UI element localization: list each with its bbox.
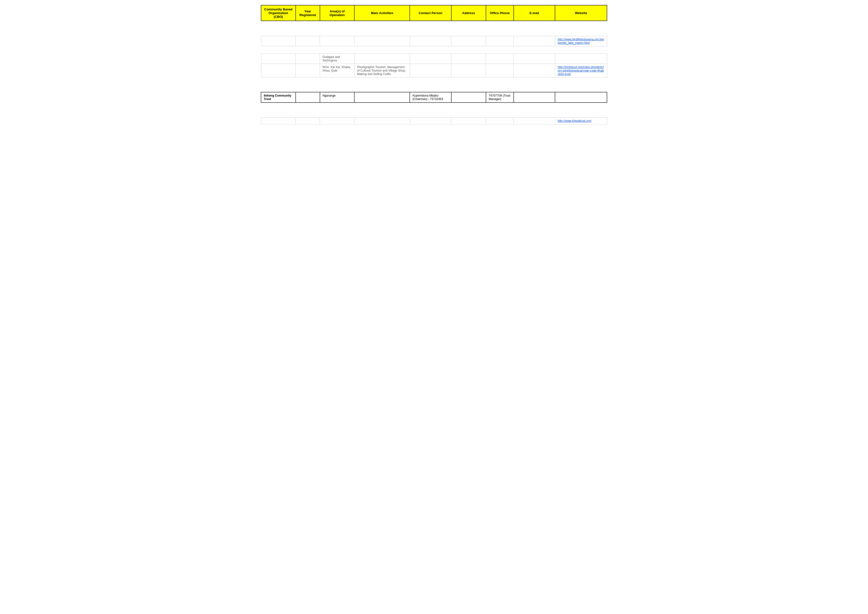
header-table: Community Based Organization (CBO) Year … — [261, 5, 607, 21]
header-col-contact: Contact Person — [410, 5, 451, 21]
cell-address — [451, 64, 486, 77]
table-row: http://www.birdlifebotswana.org.bw/bosel… — [261, 36, 607, 46]
cell-email-itekeng — [514, 92, 555, 103]
header-col-year: Year Registered — [296, 5, 320, 21]
cell-phone — [486, 36, 514, 46]
cell-phone — [486, 53, 514, 64]
cell-address — [451, 36, 486, 46]
cell-website — [555, 53, 607, 64]
cell-year-footer — [296, 117, 320, 124]
cell-cbo-itekeng: Itekeng Community Trust — [261, 92, 296, 103]
cell-phone — [486, 64, 514, 77]
cell-activities — [354, 53, 410, 64]
spacer-row-4 — [261, 103, 607, 117]
header-col-website: Website — [555, 5, 607, 21]
cell-area-itekeng: Ngarange — [320, 92, 355, 103]
cell-area — [320, 36, 355, 46]
cell-year — [296, 36, 320, 46]
cell-cbo — [261, 36, 296, 46]
header-col-address: Address — [451, 5, 486, 21]
cell-area-gudigwa: Gudigwa and Seshogora — [320, 53, 355, 64]
cell-activities — [354, 36, 410, 46]
cell-website-birdslife[interactable]: http://www.birdlifebotswana.org.bw/bosel… — [555, 36, 607, 46]
cell-phone-footer — [486, 117, 514, 124]
link-cgae[interactable]: http://trickleout.net/index.php/director… — [558, 65, 604, 76]
cell-address-footer — [451, 117, 486, 124]
cell-cbo — [261, 53, 296, 64]
cell-email-footer — [514, 117, 555, 124]
cell-contact-footer — [410, 117, 451, 124]
header-col-activities: Main Activities — [354, 5, 410, 21]
cell-area-footer — [320, 117, 355, 124]
cell-activities-footer — [354, 117, 410, 124]
table-row: Gudigwa and Seshogora — [261, 53, 607, 64]
table-row-itekeng: Itekeng Community Trust Ngarange Kupembo… — [261, 92, 607, 103]
cell-website-cgae[interactable]: http://trickleout.net/index.php/director… — [555, 64, 607, 77]
link-birdslife[interactable]: http://www.birdlifebotswana.org.bw/bosel… — [558, 38, 604, 45]
header-col-email: E-mail — [514, 5, 555, 21]
cell-cbo-footer — [261, 117, 296, 124]
cell-phone-itekeng: 74707709 (Trust Manager) — [486, 92, 514, 103]
cell-email — [514, 53, 555, 64]
link-khwai[interactable]: http://www.khwaitrust.org/ — [558, 119, 592, 123]
cell-contact-itekeng: Kupembona Mbabo (Chairman) - 73710353 — [410, 92, 451, 103]
cell-contact — [410, 36, 451, 46]
cell-email — [514, 36, 555, 46]
cell-area-cgae: NG4- Xai Xai, Xhaba, Xhaa, Qubi — [320, 64, 355, 77]
cell-activities-itekeng — [354, 92, 410, 103]
cell-contact — [410, 53, 451, 64]
cell-website-itekeng — [555, 92, 607, 103]
spacer-row-bottom — [261, 124, 607, 139]
cell-email — [514, 64, 555, 77]
data-table: http://www.birdlifebotswana.org.bw/bosel… — [261, 21, 607, 139]
page-container: Community Based Organization (CBO) Year … — [261, 5, 607, 139]
cell-address-itekeng — [451, 92, 486, 103]
cell-year — [296, 53, 320, 64]
header-col-phone: Office Phone — [486, 5, 514, 21]
spacer-row-3 — [261, 77, 607, 92]
table-row-footer-link: http://www.khwaitrust.org/ — [261, 117, 607, 124]
cell-activities-cgae: Photographic Tourism, Management of Cult… — [354, 64, 410, 77]
spacer-row-2 — [261, 46, 607, 53]
header-col-cbo: Community Based Organization (CBO) — [261, 5, 296, 21]
spacer-row-1 — [261, 21, 607, 36]
cell-address — [451, 53, 486, 64]
table-row: NG4- Xai Xai, Xhaba, Xhaa, Qubi Photogra… — [261, 64, 607, 77]
cell-cbo — [261, 64, 296, 77]
header-col-area: Area(s) of Operation — [320, 5, 355, 21]
cell-website-footer[interactable]: http://www.khwaitrust.org/ — [555, 117, 607, 124]
cell-year — [296, 64, 320, 77]
cell-contact — [410, 64, 451, 77]
cell-year-itekeng — [296, 92, 320, 103]
